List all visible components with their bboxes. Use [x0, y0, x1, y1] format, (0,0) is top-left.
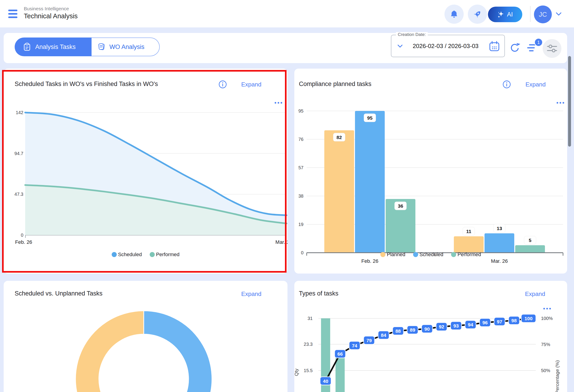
svg-text:75%: 75%	[541, 342, 550, 347]
svg-text:95: 95	[298, 108, 304, 114]
card-compliance-planned-tasks: Compliance planned tasks Expand 01938577…	[294, 69, 567, 274]
svg-text:47.3: 47.3	[14, 192, 23, 197]
svg-text:23.3: 23.3	[304, 342, 313, 347]
svg-text:94.7: 94.7	[14, 151, 23, 156]
svg-text:50%: 50%	[541, 368, 550, 373]
legend-label: Planned	[387, 252, 405, 257]
legend-dot	[451, 252, 456, 257]
ai-label: AI	[507, 11, 513, 18]
bell-icon	[450, 10, 458, 19]
svg-text:100: 100	[525, 316, 533, 321]
svg-text:89: 89	[410, 327, 415, 333]
legend-item-performed[interactable]: Performed	[451, 252, 481, 257]
creation-date-value[interactable]: 2026-02-03 / 2026-03-03	[410, 35, 482, 57]
svg-text:38: 38	[298, 194, 304, 198]
hamburger-menu-icon[interactable]	[8, 10, 17, 19]
sparkle-icon	[497, 11, 504, 18]
card-types-of-tasks: Types of tasks Expand 15.550%23.375%3110…	[294, 281, 567, 392]
work-order-icon	[98, 43, 105, 51]
svg-text:13: 13	[497, 226, 502, 231]
header-divider	[530, 6, 531, 22]
svg-text:100%: 100%	[541, 316, 553, 321]
chart-legend: Scheduled Performed	[4, 252, 287, 257]
calendar-icon[interactable]	[489, 41, 500, 52]
legend-label: Performed	[156, 252, 180, 257]
legend-item-performed[interactable]: Performed	[150, 252, 180, 257]
svg-text:40: 40	[323, 378, 328, 384]
svg-text:31: 31	[308, 316, 313, 321]
legend-item-planned[interactable]: Planned	[380, 252, 405, 257]
svg-text:97: 97	[497, 319, 502, 324]
svg-text:82: 82	[336, 135, 342, 140]
svg-text:95: 95	[367, 115, 373, 120]
clipboard-icon	[23, 43, 31, 51]
account-chevron-down-icon[interactable]	[556, 12, 562, 16]
svg-text:76: 76	[298, 137, 304, 142]
filter-count-badge: 1	[534, 38, 543, 47]
svg-text:79: 79	[367, 338, 372, 343]
date-chevron-down-icon[interactable]	[397, 44, 403, 48]
sliders-icon	[547, 44, 557, 53]
bar-chart: 01938577695Feb. 26Mar. 2682953611135	[294, 69, 567, 274]
legend-dot	[112, 252, 117, 257]
svg-text:5: 5	[529, 238, 532, 243]
svg-text:93: 93	[453, 323, 459, 328]
svg-text:98: 98	[511, 318, 517, 323]
tab-wo-analysis[interactable]: WO Analysis	[92, 38, 160, 56]
tab-analysis-tasks[interactable]: Analysis Tasks	[15, 38, 92, 56]
app-title: Business Intelligence	[24, 6, 69, 11]
chart-legend: Planned Scheduled Performed	[294, 252, 567, 257]
legend-label: Performed	[457, 252, 481, 257]
svg-text:0: 0	[21, 233, 23, 238]
card-scheduled-vs-finished: Scheduled Tasks in WO's vs Finished Task…	[4, 69, 287, 274]
svg-text:Feb. 26: Feb. 26	[15, 239, 32, 245]
svg-text:Mar. 26: Mar. 26	[491, 258, 508, 264]
svg-text:Percentage (%): Percentage (%)	[554, 360, 560, 392]
tab-analysis-tasks-label: Analysis Tasks	[35, 43, 76, 51]
legend-dot	[150, 252, 155, 257]
svg-text:96: 96	[482, 320, 488, 325]
page-title: Technical Analysis	[24, 12, 78, 20]
legend-item-scheduled[interactable]: Scheduled	[413, 252, 443, 257]
creation-date-field[interactable]: Creation Date: 2026-02-03 / 2026-03-03	[391, 35, 505, 57]
svg-text:Qty: Qty	[294, 369, 299, 376]
svg-text:15.5: 15.5	[304, 368, 313, 373]
svg-text:36: 36	[398, 203, 403, 209]
svg-text:11: 11	[466, 229, 472, 234]
svg-text:19: 19	[298, 222, 304, 227]
settings-sliders-button[interactable]	[543, 39, 561, 58]
rocket-icon	[473, 10, 482, 19]
tab-wo-analysis-label: WO Analysis	[109, 43, 144, 51]
svg-text:90: 90	[424, 326, 430, 332]
pareto-chart: 15.550%23.375%31100%40667479848889909293…	[294, 281, 567, 392]
legend-label: Scheduled	[118, 252, 142, 257]
svg-text:Mar. 26: Mar. 26	[275, 239, 287, 245]
donut-chart	[4, 281, 287, 392]
svg-text:66: 66	[337, 351, 343, 356]
legend-dot	[413, 252, 418, 257]
legend-dot	[380, 252, 385, 257]
top-header: Business Intelligence Technical Analysis…	[0, 0, 574, 27]
rocket-button[interactable]	[468, 5, 487, 24]
ai-assistant-button[interactable]: AI	[488, 7, 522, 22]
svg-text:74: 74	[352, 343, 357, 348]
area-chart: 047.394.7142Feb. 26Mar. 26	[4, 69, 287, 274]
card-scheduled-vs-unplanned: Scheduled vs. Unplanned Tasks Expand 37.…	[4, 281, 287, 392]
svg-text:57: 57	[298, 165, 304, 170]
svg-text:94: 94	[468, 322, 473, 327]
svg-text:142: 142	[16, 110, 23, 115]
svg-text:84: 84	[381, 333, 386, 338]
user-avatar[interactable]: JC	[534, 5, 552, 23]
notifications-button[interactable]	[445, 5, 464, 24]
svg-text:92: 92	[439, 324, 444, 329]
reset-filters-icon[interactable]	[509, 42, 521, 54]
legend-label: Scheduled	[420, 252, 443, 257]
svg-text:Feb. 26: Feb. 26	[361, 258, 379, 264]
vertical-scrollbar-thumb[interactable]	[568, 56, 571, 147]
svg-text:88: 88	[395, 328, 401, 334]
legend-item-scheduled[interactable]: Scheduled	[112, 252, 142, 257]
